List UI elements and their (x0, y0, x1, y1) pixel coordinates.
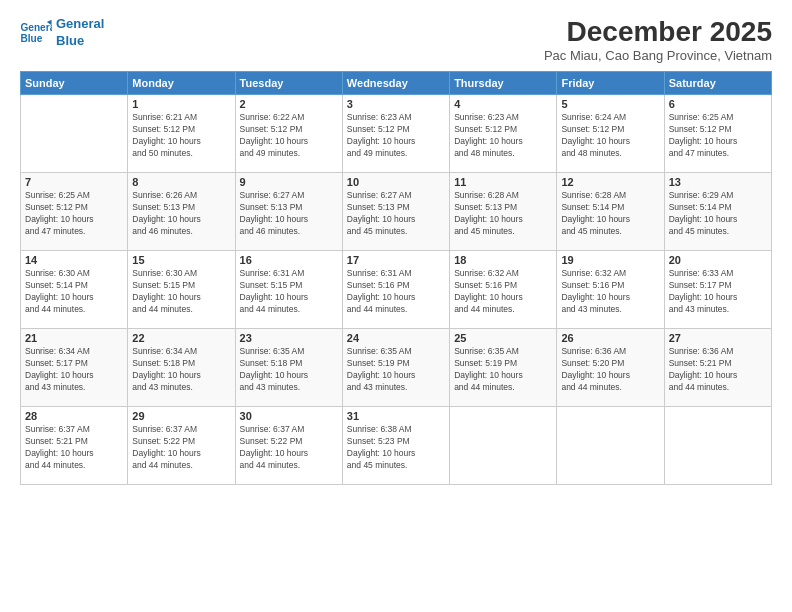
day-info: Sunrise: 6:35 AM Sunset: 5:19 PM Dayligh… (347, 346, 445, 394)
day-number: 10 (347, 176, 445, 188)
calendar-cell: 26Sunrise: 6:36 AM Sunset: 5:20 PM Dayli… (557, 329, 664, 407)
calendar-cell: 14Sunrise: 6:30 AM Sunset: 5:14 PM Dayli… (21, 251, 128, 329)
day-number: 15 (132, 254, 230, 266)
subtitle: Pac Miau, Cao Bang Province, Vietnam (544, 48, 772, 63)
day-number: 14 (25, 254, 123, 266)
calendar-cell: 11Sunrise: 6:28 AM Sunset: 5:13 PM Dayli… (450, 173, 557, 251)
day-info: Sunrise: 6:36 AM Sunset: 5:20 PM Dayligh… (561, 346, 659, 394)
day-info: Sunrise: 6:34 AM Sunset: 5:17 PM Dayligh… (25, 346, 123, 394)
col-header-sunday: Sunday (21, 72, 128, 95)
day-number: 18 (454, 254, 552, 266)
day-number: 11 (454, 176, 552, 188)
day-info: Sunrise: 6:31 AM Sunset: 5:15 PM Dayligh… (240, 268, 338, 316)
day-info: Sunrise: 6:35 AM Sunset: 5:18 PM Dayligh… (240, 346, 338, 394)
day-info: Sunrise: 6:37 AM Sunset: 5:21 PM Dayligh… (25, 424, 123, 472)
day-number: 19 (561, 254, 659, 266)
calendar-cell: 1Sunrise: 6:21 AM Sunset: 5:12 PM Daylig… (128, 95, 235, 173)
calendar-cell: 25Sunrise: 6:35 AM Sunset: 5:19 PM Dayli… (450, 329, 557, 407)
calendar-table: SundayMondayTuesdayWednesdayThursdayFrid… (20, 71, 772, 485)
day-info: Sunrise: 6:29 AM Sunset: 5:14 PM Dayligh… (669, 190, 767, 238)
day-info: Sunrise: 6:30 AM Sunset: 5:14 PM Dayligh… (25, 268, 123, 316)
day-info: Sunrise: 6:36 AM Sunset: 5:21 PM Dayligh… (669, 346, 767, 394)
calendar-cell (557, 407, 664, 485)
day-info: Sunrise: 6:31 AM Sunset: 5:16 PM Dayligh… (347, 268, 445, 316)
day-info: Sunrise: 6:25 AM Sunset: 5:12 PM Dayligh… (669, 112, 767, 160)
calendar-cell: 28Sunrise: 6:37 AM Sunset: 5:21 PM Dayli… (21, 407, 128, 485)
main-title: December 2025 (544, 16, 772, 48)
day-info: Sunrise: 6:38 AM Sunset: 5:23 PM Dayligh… (347, 424, 445, 472)
header-row: SundayMondayTuesdayWednesdayThursdayFrid… (21, 72, 772, 95)
calendar-cell: 29Sunrise: 6:37 AM Sunset: 5:22 PM Dayli… (128, 407, 235, 485)
day-info: Sunrise: 6:25 AM Sunset: 5:12 PM Dayligh… (25, 190, 123, 238)
calendar-cell: 24Sunrise: 6:35 AM Sunset: 5:19 PM Dayli… (342, 329, 449, 407)
calendar-cell: 27Sunrise: 6:36 AM Sunset: 5:21 PM Dayli… (664, 329, 771, 407)
day-number: 2 (240, 98, 338, 110)
logo-icon: General Blue (20, 19, 52, 47)
day-number: 30 (240, 410, 338, 422)
col-header-friday: Friday (557, 72, 664, 95)
week-row-5: 28Sunrise: 6:37 AM Sunset: 5:21 PM Dayli… (21, 407, 772, 485)
calendar-cell: 13Sunrise: 6:29 AM Sunset: 5:14 PM Dayli… (664, 173, 771, 251)
calendar-cell: 3Sunrise: 6:23 AM Sunset: 5:12 PM Daylig… (342, 95, 449, 173)
day-info: Sunrise: 6:28 AM Sunset: 5:14 PM Dayligh… (561, 190, 659, 238)
day-number: 22 (132, 332, 230, 344)
calendar-cell: 31Sunrise: 6:38 AM Sunset: 5:23 PM Dayli… (342, 407, 449, 485)
day-number: 3 (347, 98, 445, 110)
day-number: 16 (240, 254, 338, 266)
calendar-cell: 7Sunrise: 6:25 AM Sunset: 5:12 PM Daylig… (21, 173, 128, 251)
day-info: Sunrise: 6:37 AM Sunset: 5:22 PM Dayligh… (240, 424, 338, 472)
calendar-cell: 19Sunrise: 6:32 AM Sunset: 5:16 PM Dayli… (557, 251, 664, 329)
day-info: Sunrise: 6:22 AM Sunset: 5:12 PM Dayligh… (240, 112, 338, 160)
calendar-page: General Blue General Blue December 2025 … (0, 0, 792, 612)
day-info: Sunrise: 6:30 AM Sunset: 5:15 PM Dayligh… (132, 268, 230, 316)
calendar-cell: 2Sunrise: 6:22 AM Sunset: 5:12 PM Daylig… (235, 95, 342, 173)
day-number: 5 (561, 98, 659, 110)
calendar-cell: 6Sunrise: 6:25 AM Sunset: 5:12 PM Daylig… (664, 95, 771, 173)
calendar-cell: 16Sunrise: 6:31 AM Sunset: 5:15 PM Dayli… (235, 251, 342, 329)
day-number: 6 (669, 98, 767, 110)
day-number: 27 (669, 332, 767, 344)
logo-text-blue: Blue (56, 33, 104, 50)
calendar-cell: 10Sunrise: 6:27 AM Sunset: 5:13 PM Dayli… (342, 173, 449, 251)
calendar-cell: 8Sunrise: 6:26 AM Sunset: 5:13 PM Daylig… (128, 173, 235, 251)
calendar-cell: 17Sunrise: 6:31 AM Sunset: 5:16 PM Dayli… (342, 251, 449, 329)
calendar-cell: 12Sunrise: 6:28 AM Sunset: 5:14 PM Dayli… (557, 173, 664, 251)
calendar-cell: 15Sunrise: 6:30 AM Sunset: 5:15 PM Dayli… (128, 251, 235, 329)
day-info: Sunrise: 6:27 AM Sunset: 5:13 PM Dayligh… (347, 190, 445, 238)
day-number: 1 (132, 98, 230, 110)
day-info: Sunrise: 6:21 AM Sunset: 5:12 PM Dayligh… (132, 112, 230, 160)
week-row-3: 14Sunrise: 6:30 AM Sunset: 5:14 PM Dayli… (21, 251, 772, 329)
day-number: 7 (25, 176, 123, 188)
col-header-thursday: Thursday (450, 72, 557, 95)
calendar-cell: 9Sunrise: 6:27 AM Sunset: 5:13 PM Daylig… (235, 173, 342, 251)
calendar-cell (664, 407, 771, 485)
calendar-cell: 22Sunrise: 6:34 AM Sunset: 5:18 PM Dayli… (128, 329, 235, 407)
calendar-cell (21, 95, 128, 173)
col-header-saturday: Saturday (664, 72, 771, 95)
day-info: Sunrise: 6:24 AM Sunset: 5:12 PM Dayligh… (561, 112, 659, 160)
week-row-1: 1Sunrise: 6:21 AM Sunset: 5:12 PM Daylig… (21, 95, 772, 173)
day-info: Sunrise: 6:23 AM Sunset: 5:12 PM Dayligh… (347, 112, 445, 160)
day-info: Sunrise: 6:32 AM Sunset: 5:16 PM Dayligh… (561, 268, 659, 316)
calendar-cell: 4Sunrise: 6:23 AM Sunset: 5:12 PM Daylig… (450, 95, 557, 173)
day-info: Sunrise: 6:28 AM Sunset: 5:13 PM Dayligh… (454, 190, 552, 238)
day-number: 12 (561, 176, 659, 188)
header: General Blue General Blue December 2025 … (20, 16, 772, 63)
day-number: 26 (561, 332, 659, 344)
day-number: 8 (132, 176, 230, 188)
day-info: Sunrise: 6:32 AM Sunset: 5:16 PM Dayligh… (454, 268, 552, 316)
calendar-cell: 21Sunrise: 6:34 AM Sunset: 5:17 PM Dayli… (21, 329, 128, 407)
day-info: Sunrise: 6:34 AM Sunset: 5:18 PM Dayligh… (132, 346, 230, 394)
title-block: December 2025 Pac Miau, Cao Bang Provinc… (544, 16, 772, 63)
day-info: Sunrise: 6:27 AM Sunset: 5:13 PM Dayligh… (240, 190, 338, 238)
col-header-tuesday: Tuesday (235, 72, 342, 95)
day-info: Sunrise: 6:23 AM Sunset: 5:12 PM Dayligh… (454, 112, 552, 160)
day-number: 29 (132, 410, 230, 422)
week-row-4: 21Sunrise: 6:34 AM Sunset: 5:17 PM Dayli… (21, 329, 772, 407)
svg-text:General: General (20, 22, 52, 33)
col-header-wednesday: Wednesday (342, 72, 449, 95)
col-header-monday: Monday (128, 72, 235, 95)
day-number: 4 (454, 98, 552, 110)
day-number: 25 (454, 332, 552, 344)
logo-text-general: General (56, 16, 104, 33)
